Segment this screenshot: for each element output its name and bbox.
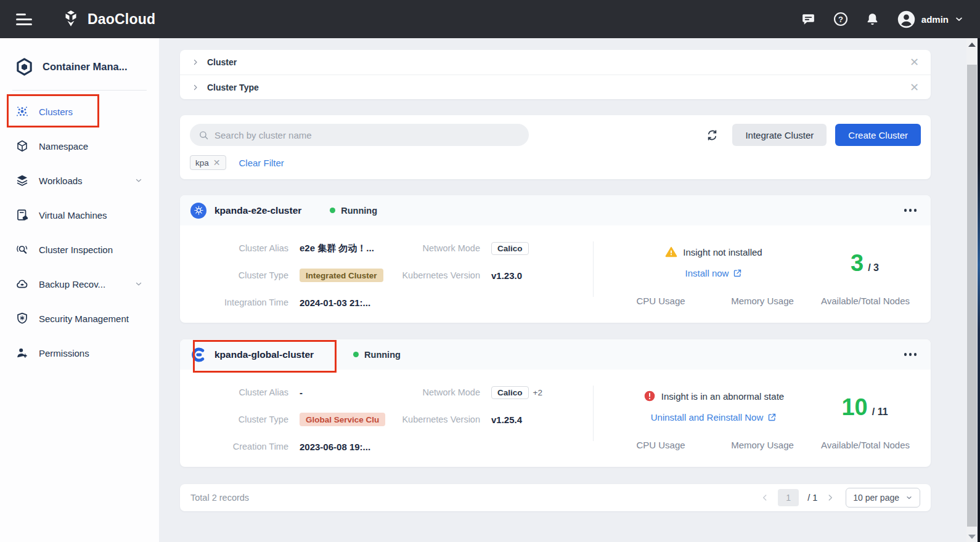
brand: DaoCloud: [60, 9, 155, 30]
backup-recovery-icon: [16, 278, 28, 290]
sidebar: Container Mana... Clusters Namespace: [0, 38, 159, 542]
sidebar-item-cluster-inspection[interactable]: Cluster Inspection: [0, 232, 159, 267]
field-label: Cluster Alias: [180, 235, 288, 262]
next-page-icon[interactable]: [826, 493, 835, 502]
insight-status-text: Insight is in an abnormal state: [661, 391, 784, 402]
network-mode-badge: Calico: [491, 386, 529, 399]
nodes-label: Available/Total Nodes: [821, 296, 910, 306]
time-value: 2024-01-03 21:...: [288, 289, 399, 316]
chevron-right-icon: [192, 84, 199, 91]
field-label: Kubernetes Version: [399, 406, 480, 433]
nodes-total: / 3: [868, 262, 879, 273]
chevron-down-icon: [905, 494, 913, 501]
menu-icon[interactable]: [16, 14, 32, 25]
refresh-icon: [706, 129, 719, 142]
cpu-usage-label: CPU Usage: [636, 296, 685, 306]
status-text: Running: [341, 206, 377, 216]
sidebar-item-permissions[interactable]: Permissions: [0, 336, 159, 370]
filter-panel-cluster-type[interactable]: Cluster Type ✕: [180, 75, 931, 99]
install-now-link[interactable]: Install now: [685, 268, 743, 278]
insight-block: Insight not installed Install now: [594, 246, 834, 279]
sidebar-item-backup-recovery[interactable]: Backup Recov...: [0, 267, 159, 301]
insight-block: Insight is in an abnormal state Uninstal…: [594, 390, 834, 423]
username: admin: [921, 14, 949, 25]
prev-page-icon[interactable]: [761, 493, 769, 502]
bell-icon[interactable]: [865, 11, 881, 27]
uninstall-reinstall-link[interactable]: Uninstall and Reinstall Now: [651, 412, 777, 423]
cluster-card-header: kpanda-e2e-cluster Running: [180, 195, 931, 225]
security-management-icon: [16, 312, 28, 325]
sidebar-item-label: Backup Recov...: [39, 279, 105, 289]
network-mode-badge: Calico: [491, 242, 529, 255]
sidebar-item-label: Security Management: [39, 313, 129, 324]
cluster-type-badge: Integrated Cluster: [300, 269, 383, 282]
container-management-icon: [15, 57, 34, 76]
sidebar-item-virtual-machines[interactable]: Virtual Machines: [0, 198, 159, 232]
main-content: Cluster ✕ Cluster Type ✕: [159, 38, 966, 542]
refresh-button[interactable]: [701, 124, 722, 145]
scrollbar[interactable]: [966, 38, 978, 542]
help-icon[interactable]: ?: [833, 11, 849, 27]
per-page-select[interactable]: 10 per page: [846, 488, 920, 508]
cluster-inspection-icon: [16, 243, 28, 256]
total-records: Total 2 records: [190, 493, 249, 503]
cluster-card-header: kpanda-global-cluster Running: [180, 339, 931, 370]
kubernetes-version-value: v1.25.4: [480, 406, 593, 433]
cluster-card-body: Cluster Alias - Network Mode Calico+2 Cl…: [180, 370, 931, 467]
scrollbar-thumb[interactable]: [967, 65, 977, 527]
scroll-down-icon[interactable]: [968, 535, 976, 539]
nodes-label: Available/Total Nodes: [821, 440, 910, 450]
chat-icon[interactable]: [801, 11, 817, 27]
cluster-name[interactable]: kpanda-e2e-cluster: [214, 205, 301, 216]
more-actions-icon[interactable]: [900, 205, 921, 216]
sidebar-nav: Clusters Namespace Workloads: [0, 94, 159, 370]
avatar: [897, 10, 916, 29]
filter-chip-kpa[interactable]: kpa ✕: [190, 155, 226, 170]
external-link-icon: [767, 413, 777, 422]
namespace-icon: [16, 140, 28, 152]
integrate-cluster-button[interactable]: Integrate Cluster: [732, 124, 827, 146]
close-icon[interactable]: ✕: [910, 57, 919, 68]
current-page-input[interactable]: 1: [778, 489, 799, 506]
insight-status-text: Insight not installed: [683, 247, 762, 257]
brand-name: DaoCloud: [88, 11, 155, 28]
cluster-name[interactable]: kpanda-global-cluster: [214, 349, 314, 360]
cluster-type-badge: Global Service Clu: [300, 413, 385, 426]
sidebar-item-label: Namespace: [39, 141, 88, 152]
cluster-card-kpanda-e2e: kpanda-e2e-cluster Running Cluster Alias…: [180, 195, 931, 323]
sidebar-item-namespace[interactable]: Namespace: [0, 129, 159, 163]
status-text: Running: [364, 350, 401, 360]
field-label: Cluster Type: [180, 262, 288, 289]
search-input[interactable]: [214, 130, 520, 140]
sidebar-item-label: Workloads: [39, 176, 83, 186]
window-edge: [978, 38, 980, 542]
kubernetes-version-value: v1.23.0: [480, 262, 593, 289]
external-link-icon: [733, 269, 742, 278]
close-icon[interactable]: ✕: [910, 82, 919, 93]
svg-text:?: ?: [838, 15, 843, 24]
scroll-up-icon[interactable]: [968, 42, 976, 47]
page-total: / 1: [807, 493, 817, 503]
field-label: Cluster Type: [180, 406, 288, 433]
filter-panel-cluster[interactable]: Cluster ✕: [180, 50, 931, 75]
nodes-available: 10: [841, 394, 867, 420]
sidebar-item-workloads[interactable]: Workloads: [0, 163, 159, 198]
module-header[interactable]: Container Mana...: [0, 54, 159, 79]
filter-panels: Cluster ✕ Cluster Type ✕: [180, 50, 931, 99]
sidebar-item-security-management[interactable]: Security Management: [0, 301, 159, 336]
user-menu[interactable]: admin: [897, 10, 964, 29]
cluster-alias-value: -: [288, 379, 399, 406]
clear-filter-link[interactable]: Clear Filter: [239, 158, 284, 168]
nodes-available: 3: [851, 250, 864, 276]
create-cluster-button[interactable]: Create Cluster: [835, 124, 921, 146]
more-actions-icon[interactable]: [900, 349, 921, 360]
sidebar-item-clusters[interactable]: Clusters: [0, 94, 159, 129]
sidebar-item-label: Permissions: [39, 348, 89, 358]
chevron-down-icon[interactable]: [954, 14, 964, 24]
chevron-right-icon: [192, 59, 199, 66]
module-title: Container Mana...: [43, 61, 128, 73]
chip-close-icon[interactable]: ✕: [213, 158, 221, 168]
pagination-bar: Total 2 records 1 / 1 10 per page: [180, 484, 931, 511]
field-label: Integration Time: [180, 289, 288, 316]
network-extra[interactable]: +2: [533, 388, 542, 397]
